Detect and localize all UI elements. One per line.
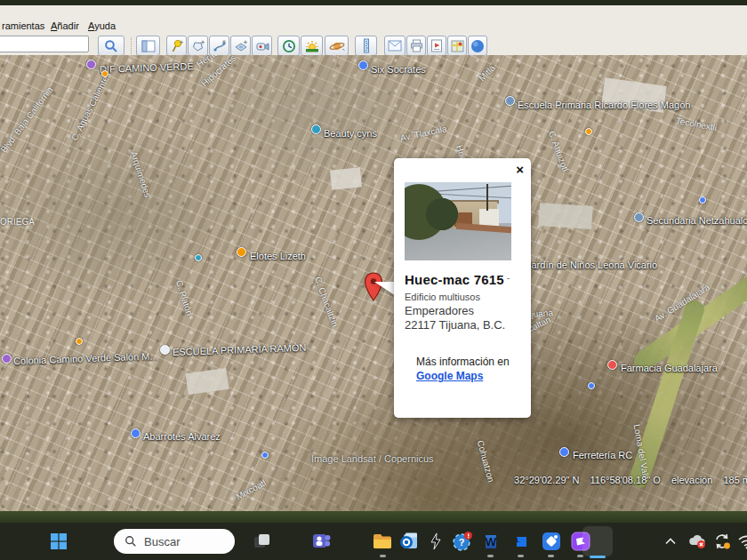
poi-icon-beauty[interactable]	[311, 124, 321, 134]
building-roof	[330, 167, 362, 189]
running-indicator	[487, 555, 494, 557]
poi-icon-escuela-rfm[interactable]	[505, 96, 515, 106]
taskbar-search[interactable]: Buscar	[114, 529, 235, 554]
balloon-title: Huec-mac 7615-	[405, 272, 510, 287]
outlook-button[interactable]	[398, 531, 420, 552]
photo-tree	[424, 195, 460, 234]
poi-dot-icon[interactable]	[101, 70, 108, 77]
view-in-google-maps-button[interactable]	[447, 36, 467, 56]
search-highlight-image[interactable]	[208, 532, 231, 551]
poi-label[interactable]: Ferretería RC	[573, 450, 632, 460]
poi-icon-escuela-ramon[interactable]	[160, 345, 170, 355]
street-label: C. Platón	[174, 279, 195, 317]
menu-herramientas[interactable]: ramientas	[2, 20, 44, 31]
sunlight-button[interactable]	[301, 36, 323, 56]
poi-label[interactable]: Farmacia Guadalajara	[621, 363, 718, 373]
maps-icon	[451, 40, 464, 52]
poi-label[interactable]: Abarrotes Alvarez	[143, 431, 221, 442]
balloon-tail	[374, 282, 396, 296]
google-maps-link[interactable]: Google Maps	[416, 370, 483, 382]
search-input[interactable]	[0, 36, 89, 52]
add-path-button[interactable]	[209, 36, 229, 56]
email-button[interactable]	[384, 36, 406, 56]
balloon-line-city: 22117 Tijuana, B.C.	[405, 318, 505, 332]
running-indicator	[380, 555, 386, 557]
poi-dot-icon[interactable]	[585, 128, 592, 135]
lightning-app-button[interactable]	[425, 531, 446, 552]
poi-icon-dif[interactable]	[86, 60, 96, 69]
balloon-more-info-text: Más información en	[416, 356, 510, 368]
ruler-button[interactable]	[355, 36, 377, 56]
close-icon[interactable]: ×	[516, 164, 524, 176]
status-coordinates: 32°29'02.29" N 116°58'08.18" O elevación…	[506, 475, 747, 485]
poi-label[interactable]: Colonia Camino Verde Salón M...	[13, 350, 158, 366]
edge-button[interactable]	[341, 531, 363, 552]
teams-button[interactable]	[311, 531, 333, 552]
add-image-overlay-button[interactable]	[230, 36, 251, 56]
vegetation-strip	[0, 511, 747, 523]
street-label: Tecolnextli	[675, 116, 718, 132]
poi-icon-colonia[interactable]	[2, 354, 12, 364]
tray-chevron-button[interactable]	[660, 531, 681, 552]
photos-button[interactable]	[541, 531, 562, 552]
wifi-tray-button[interactable]	[736, 531, 747, 552]
search-button[interactable]	[98, 36, 124, 56]
menu-ayuda[interactable]: Ayuda	[88, 20, 116, 31]
word-button[interactable]: W	[480, 531, 502, 552]
add-polygon-button[interactable]	[188, 36, 208, 56]
menu-anadir[interactable]: Añadir	[51, 20, 79, 31]
poi-icon-secundaria[interactable]	[634, 212, 644, 222]
globe-icon	[470, 39, 485, 53]
poi-label[interactable]: Jardín de Niños Leona Vicario	[526, 260, 657, 270]
saturn-icon	[329, 39, 345, 53]
word-icon: W	[486, 535, 496, 548]
status-latitude: 32°29'02.29" N	[514, 475, 579, 485]
poi-label[interactable]: ESCUELA PRIMARIA RAMÓN	[173, 342, 307, 357]
file-explorer-button[interactable]	[372, 531, 393, 552]
poi-dot-icon[interactable]	[588, 382, 595, 389]
clock-icon	[282, 39, 296, 53]
poi-label[interactable]: DIF CAMINO VERDE	[100, 60, 194, 75]
poi-dot-icon[interactable]	[76, 338, 83, 345]
task-view-button[interactable]	[251, 531, 272, 552]
poi-icon-farmacia[interactable]	[607, 360, 617, 370]
globe-button[interactable]	[468, 36, 487, 56]
chrome-button[interactable]: L	[510, 531, 532, 552]
poi-icon-elotes[interactable]	[237, 247, 246, 257]
add-placemark-button[interactable]	[166, 36, 187, 56]
quick-assist-button[interactable]: ?	[452, 531, 473, 552]
teams-icon	[312, 532, 332, 551]
poi-label[interactable]: Six Socrates	[371, 64, 426, 75]
save-image-button[interactable]	[427, 36, 446, 56]
poi-icon-abarrotes[interactable]	[131, 428, 141, 438]
map-viewport[interactable]: Blvd. Baja California C. Aguas Calientes…	[0, 55, 747, 523]
start-button[interactable]	[48, 531, 69, 552]
poi-icon-six-socrates[interactable]	[358, 60, 368, 70]
cloud-error-icon	[687, 533, 707, 549]
screen: ramientas Añadir Ayuda	[0, 0, 747, 560]
onedrive-tray-button[interactable]	[687, 531, 708, 552]
poi-label[interactable]: Secundaria Netzahualc	[647, 215, 747, 226]
search-icon	[104, 39, 118, 53]
sync-icon	[713, 532, 731, 550]
poi-dot-icon[interactable]	[195, 254, 202, 261]
historical-imagery-button[interactable]	[277, 36, 300, 56]
sync-tray-button[interactable]	[711, 531, 733, 552]
poi-dot-icon[interactable]	[699, 196, 706, 204]
status-longitude: 116°58'08.18" O	[590, 475, 660, 485]
poi-label[interactable]: Elotes Lizeth	[250, 251, 306, 261]
balloon-line-street: Emperadores	[405, 304, 474, 317]
google-earth-button[interactable]	[587, 531, 608, 552]
print-button[interactable]	[406, 36, 426, 56]
poi-label[interactable]: Escuela Primaria Ricardo Flores Magón	[518, 100, 690, 110]
poi-icon-ferreteria[interactable]	[559, 447, 569, 457]
switch-planet-button[interactable]	[325, 36, 349, 56]
record-tour-button[interactable]	[252, 36, 272, 56]
copilot-button[interactable]	[281, 531, 302, 552]
polygon-icon	[191, 39, 205, 53]
poi-label[interactable]: Beauty cyns	[324, 128, 377, 139]
taskbar-search-placeholder: Buscar	[144, 535, 208, 548]
balloon-line-type: Edificio multiusos	[405, 292, 480, 302]
poi-dot-icon[interactable]	[261, 452, 269, 459]
sidebar-toggle-button[interactable]	[136, 36, 160, 56]
